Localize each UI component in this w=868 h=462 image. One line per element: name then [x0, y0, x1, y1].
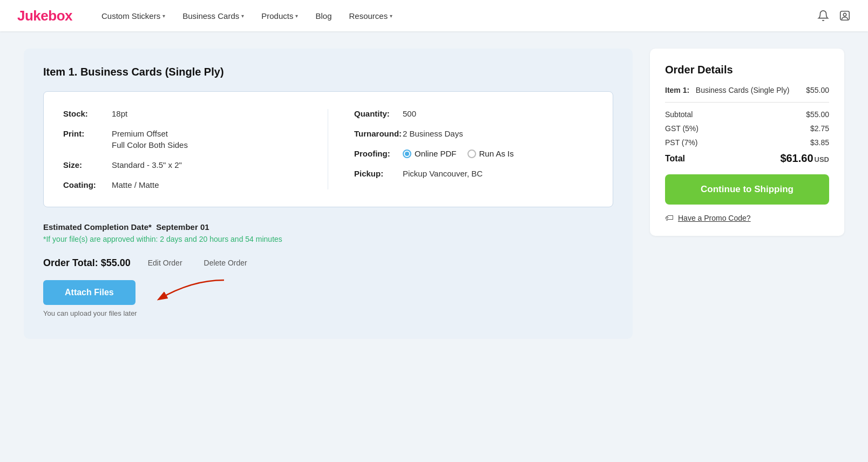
quantity-row: Quantity: 500	[354, 109, 593, 118]
order-line-price: $55.00	[806, 86, 829, 94]
notification-icon[interactable]	[817, 10, 829, 22]
completion-note: *If your file(s) are approved within: 2 …	[43, 235, 613, 243]
divider	[665, 102, 829, 103]
arrow-annotation	[148, 275, 235, 318]
completion-time-highlight: 2 days and 20 hours and 54 minutes	[160, 235, 282, 243]
order-details-title: Order Details	[665, 64, 829, 76]
nav-item-products[interactable]: Products ▾	[254, 7, 306, 25]
print-value-block: Premium Offset Full Color Both Sides	[112, 129, 188, 150]
print-row: Print: Premium Offset Full Color Both Si…	[63, 129, 302, 150]
radio-selected-icon	[403, 150, 411, 158]
user-account-icon[interactable]	[839, 10, 851, 22]
svg-point-1	[843, 13, 846, 16]
promo-code-row[interactable]: 🏷 Have a Promo Code?	[665, 213, 829, 223]
stock-value: 18pt	[112, 109, 127, 118]
order-line-label: Item 1: Business Cards (Single Ply)	[665, 86, 806, 94]
chevron-down-icon: ▾	[241, 13, 244, 19]
order-sidebar: Order Details Item 1: Business Cards (Si…	[650, 49, 844, 339]
print-value-1: Premium Offset	[112, 129, 188, 138]
attach-files-button[interactable]: Attach Files	[43, 280, 135, 305]
promo-icon: 🏷	[665, 213, 674, 223]
navbar: Jukebox Custom Stickers ▾ Business Cards…	[0, 0, 868, 31]
nav-item-resources[interactable]: Resources ▾	[341, 7, 400, 25]
promo-link[interactable]: Have a Promo Code?	[678, 214, 751, 222]
quantity-label: Quantity:	[354, 109, 403, 118]
coating-label: Coating:	[63, 180, 112, 189]
chevron-down-icon: ▾	[295, 13, 298, 19]
order-line-item: Item 1: Business Cards (Single Ply) $55.…	[665, 86, 829, 94]
gst-value: $2.75	[810, 124, 829, 133]
chevron-down-icon: ▾	[162, 13, 165, 19]
order-details-card: Order Details Item 1: Business Cards (Si…	[650, 49, 844, 236]
subtotal-label: Subtotal	[665, 110, 693, 119]
print-value-2: Full Color Both Sides	[112, 140, 188, 150]
coating-value: Matte / Matte	[112, 180, 159, 189]
nav-icons	[817, 10, 851, 22]
nav-links: Custom Stickers ▾ Business Cards ▾ Produ…	[94, 7, 817, 25]
nav-item-custom-stickers[interactable]: Custom Stickers ▾	[94, 7, 173, 25]
turnaround-label: Turnaround:	[354, 129, 403, 138]
site-logo[interactable]: Jukebox	[17, 8, 72, 24]
stock-row: Stock: 18pt	[63, 109, 302, 118]
turnaround-row: Turnaround: 2 Business Days	[354, 129, 593, 138]
radio-unselected-icon	[467, 150, 476, 158]
product-details-box: Stock: 18pt Print: Premium Offset Full C…	[43, 91, 613, 207]
pst-value: $3.85	[810, 138, 829, 147]
turnaround-value: 2 Business Days	[403, 129, 463, 138]
nav-item-business-cards[interactable]: Business Cards ▾	[175, 7, 252, 25]
subtotal-row: Subtotal $55.00	[665, 110, 829, 119]
total-row: Total $61.60USD	[665, 152, 829, 165]
completion-section: Estimated Completion Date* September 01 …	[43, 222, 613, 317]
coating-row: Coating: Matte / Matte	[63, 180, 302, 189]
pickup-value: Pickup Vancouver, BC	[403, 169, 483, 178]
proofing-label: Proofing:	[354, 149, 403, 158]
total-label: Total	[665, 154, 685, 164]
pickup-row: Pickup: Pickup Vancouver, BC	[354, 169, 593, 178]
subtotal-value: $55.00	[806, 110, 829, 119]
main-content: Item 1. Business Cards (Single Ply) Stoc…	[24, 49, 633, 339]
pst-row: PST (7%) $3.85	[665, 138, 829, 147]
proofing-run-as-is[interactable]: Run As Is	[467, 149, 514, 158]
edit-order-button[interactable]: Edit Order	[144, 256, 187, 269]
pst-label: PST (7%)	[665, 138, 697, 147]
proofing-options: Online PDF Run As Is	[403, 149, 514, 158]
size-row: Size: Standard - 3.5" x 2"	[63, 160, 302, 169]
continue-to-shipping-button[interactable]: Continue to Shipping	[665, 174, 829, 205]
gst-row: GST (5%) $2.75	[665, 124, 829, 133]
attach-note: You can upload your files later	[43, 309, 137, 317]
order-total-row: Order Total: $55.00 Edit Order Delete Or…	[43, 256, 613, 269]
chevron-down-icon: ▾	[390, 13, 392, 19]
proofing-row: Proofing: Online PDF Run As Is	[354, 149, 593, 158]
proofing-online-pdf[interactable]: Online PDF	[403, 149, 457, 158]
details-left: Stock: 18pt Print: Premium Offset Full C…	[63, 109, 328, 189]
gst-label: GST (5%)	[665, 124, 699, 133]
completion-date: Estimated Completion Date* September 01	[43, 222, 613, 232]
nav-item-blog[interactable]: Blog	[308, 7, 339, 25]
print-label: Print:	[63, 129, 112, 138]
pickup-label: Pickup:	[354, 169, 403, 178]
total-value: $61.60USD	[780, 152, 829, 165]
delete-order-button[interactable]: Delete Order	[200, 256, 252, 269]
page-wrapper: Item 1. Business Cards (Single Ply) Stoc…	[2, 31, 866, 356]
quantity-value: 500	[403, 109, 416, 118]
size-label: Size:	[63, 160, 112, 169]
attach-section: Attach Files You can upload your files l…	[43, 280, 137, 317]
item-title: Item 1. Business Cards (Single Ply)	[43, 66, 613, 78]
size-value: Standard - 3.5" x 2"	[112, 160, 182, 169]
details-right: Quantity: 500 Turnaround: 2 Business Day…	[328, 109, 593, 189]
order-total-text: Order Total: $55.00	[43, 257, 131, 269]
stock-label: Stock:	[63, 109, 112, 118]
